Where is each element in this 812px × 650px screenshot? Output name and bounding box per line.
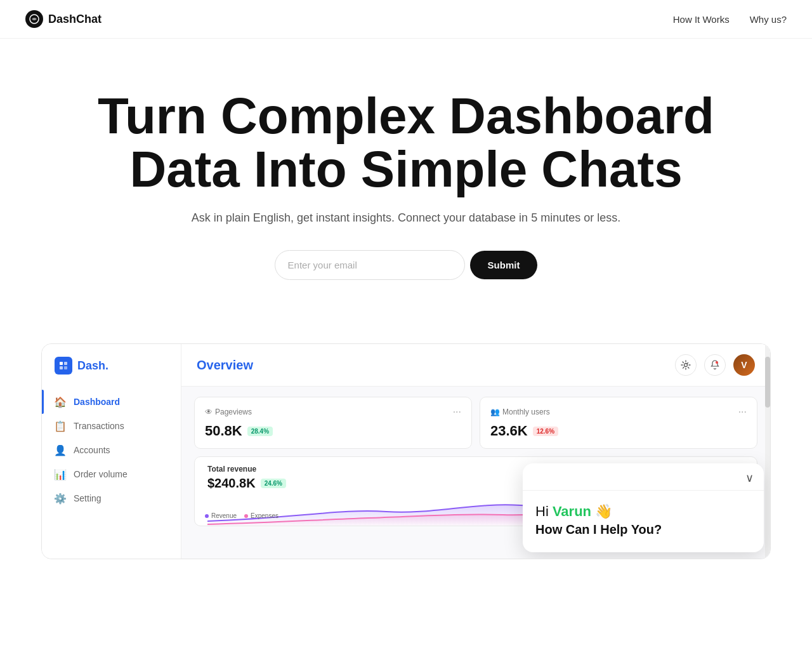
sidebar: Dash. 🏠 Dashboard 📋 Transactions 👤 Accou… <box>42 344 181 559</box>
nav-link-why-us[interactable]: Why us? <box>750 14 787 25</box>
expenses-dot <box>244 514 248 518</box>
chat-name: Varun <box>553 503 591 519</box>
sidebar-item-order-volume-label: Order volume <box>74 469 128 479</box>
email-input[interactable] <box>275 250 465 280</box>
chat-body: Hi Varun 👋 How Can I Help You? <box>523 491 764 552</box>
submit-button[interactable]: Submit <box>470 251 538 279</box>
sidebar-item-setting[interactable]: ⚙️ Setting <box>42 486 181 510</box>
sidebar-logo-icon <box>55 357 72 375</box>
nav-logo[interactable]: DashChat <box>25 10 102 28</box>
main-header: Overview <box>181 344 770 387</box>
scrollbar[interactable] <box>765 344 770 559</box>
chart-badge: 24.6% <box>261 479 286 488</box>
chat-hi: Hi <box>535 503 549 519</box>
header-actions: V <box>675 354 755 376</box>
nav-links: How It Works Why us? <box>673 14 787 25</box>
dashboard-preview: Dash. 🏠 Dashboard 📋 Transactions 👤 Accou… <box>41 343 771 559</box>
svg-rect-3 <box>60 366 63 369</box>
svg-rect-1 <box>60 362 63 365</box>
settings-button[interactable] <box>675 354 697 376</box>
pageviews-label: 👁 Pageviews <box>205 408 252 416</box>
hero-subtitle: Ask in plain English, get instant insigh… <box>25 211 787 225</box>
pageviews-value: 50.8K 28.4% <box>205 423 461 439</box>
order-volume-icon: 📊 <box>55 468 66 480</box>
chat-chevron-icon[interactable]: ∨ <box>745 471 754 485</box>
notifications-button[interactable] <box>704 354 726 376</box>
page-title: Overview <box>197 358 253 373</box>
home-icon: 🏠 <box>55 396 66 408</box>
chart-legend: Revenue Expenses <box>205 512 278 519</box>
logo-text: DashChat <box>48 13 102 26</box>
hero-section: Turn Complex Dashboard Data Into Simple … <box>0 39 812 318</box>
sidebar-item-dashboard[interactable]: 🏠 Dashboard <box>42 390 181 414</box>
sidebar-item-transactions-label: Transactions <box>74 421 124 431</box>
accounts-icon: 👤 <box>55 444 66 456</box>
sidebar-logo-text: Dash. <box>77 359 108 373</box>
chat-overlay: ∨ Hi Varun 👋 How Can I Help You? <box>523 463 764 552</box>
chat-header: ∨ <box>523 463 764 491</box>
chat-wave-emoji: 👋 <box>595 503 612 519</box>
bell-icon <box>710 360 720 370</box>
monthly-users-value: 23.6K 12.6% <box>490 423 747 439</box>
legend-revenue: Revenue <box>205 512 237 519</box>
svg-rect-2 <box>64 362 67 365</box>
metric-card-pageviews: 👁 Pageviews ··· 50.8K 28.4% <box>194 397 472 449</box>
metric-card-monthly-users: 👥 Monthly users ··· 23.6K 12.6% <box>480 397 757 449</box>
monthly-users-badge: 12.6% <box>533 427 558 436</box>
sidebar-item-accounts-label: Accounts <box>74 445 110 455</box>
pageviews-badge: 28.4% <box>247 427 273 436</box>
scrollbar-thumb <box>765 357 770 408</box>
sidebar-item-order-volume[interactable]: 📊 Order volume <box>42 462 181 486</box>
monthly-users-more[interactable]: ··· <box>738 406 747 418</box>
sidebar-item-transactions[interactable]: 📋 Transactions <box>42 414 181 438</box>
revenue-dot <box>205 514 209 518</box>
avatar: V <box>733 354 755 376</box>
chat-subtext: How Can I Help You? <box>535 522 751 537</box>
sidebar-item-setting-label: Setting <box>74 493 102 503</box>
pageviews-more[interactable]: ··· <box>453 406 461 418</box>
settings-icon: ⚙️ <box>55 493 66 504</box>
monthly-users-label: 👥 Monthly users <box>490 408 550 416</box>
eye-icon: 👁 <box>205 408 213 416</box>
metrics-row: 👁 Pageviews ··· 50.8K 28.4% 👥 M <box>181 387 770 449</box>
navbar: DashChat How It Works Why us? <box>0 0 812 39</box>
svg-point-6 <box>716 361 718 364</box>
logo-icon <box>25 10 43 28</box>
chat-greeting: Hi Varun 👋 <box>535 503 751 520</box>
svg-rect-4 <box>64 366 67 369</box>
users-icon: 👥 <box>490 408 500 416</box>
sidebar-logo: Dash. <box>42 357 181 390</box>
hero-cta: Submit <box>25 250 787 280</box>
hero-title: Turn Complex Dashboard Data Into Simple … <box>57 90 755 196</box>
transactions-icon: 📋 <box>55 420 66 432</box>
nav-link-how-it-works[interactable]: How It Works <box>673 14 730 25</box>
sidebar-item-accounts[interactable]: 👤 Accounts <box>42 438 181 462</box>
gear-icon <box>681 360 691 370</box>
legend-expenses: Expenses <box>244 512 278 519</box>
sidebar-item-dashboard-label: Dashboard <box>74 397 120 407</box>
